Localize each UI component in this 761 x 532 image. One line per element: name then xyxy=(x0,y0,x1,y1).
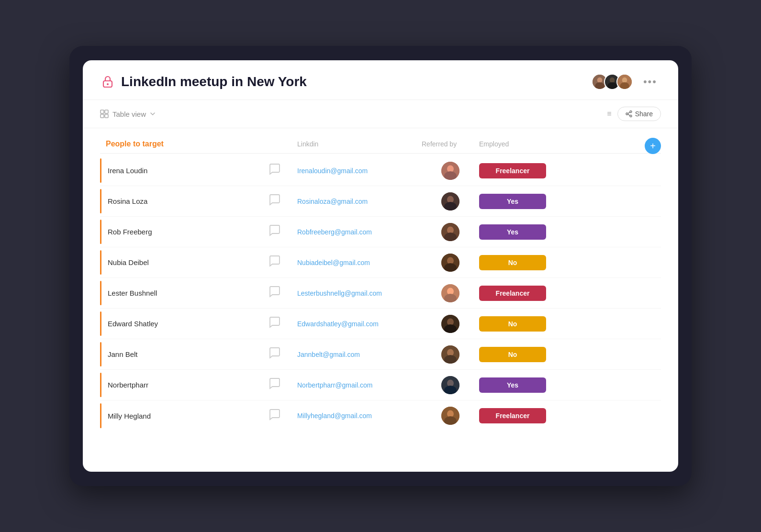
status-badge: No xyxy=(479,316,546,332)
email-cell[interactable]: Lesterbushnellg@gmail.com xyxy=(297,289,422,298)
svg-point-7 xyxy=(607,82,616,90)
table-body: Irena Loudin Irenaloudin@gmail.com Freel… xyxy=(100,155,661,431)
person-name: Jann Belt xyxy=(106,350,269,358)
svg-point-15 xyxy=(630,111,632,113)
row-indicator xyxy=(100,373,101,397)
row-indicator xyxy=(100,250,101,274)
table-view-button[interactable]: Table view xyxy=(100,110,156,118)
status-badge: No xyxy=(479,347,546,362)
filter-icon: ≡ xyxy=(607,110,611,118)
chat-icon[interactable] xyxy=(269,316,297,331)
svg-point-9 xyxy=(622,78,627,83)
referred-avatar xyxy=(441,345,459,364)
email-link: Robfreeberg@gmail.com xyxy=(297,228,372,236)
row-indicator xyxy=(100,311,101,335)
avatar-3 xyxy=(616,74,633,90)
email-link: Rosinaloza@gmail.com xyxy=(297,198,368,205)
email-cell[interactable]: Irenaloudin@gmail.com xyxy=(297,166,422,175)
add-column-button[interactable]: + xyxy=(645,138,661,154)
person-name: Nubia Deibel xyxy=(106,258,269,266)
email-link: Irenaloudin@gmail.com xyxy=(297,167,368,175)
chevron-down-icon xyxy=(150,111,156,117)
chat-icon[interactable] xyxy=(269,347,297,362)
page-header: LinkedIn meetup in New York ••• xyxy=(83,60,678,100)
chat-icon[interactable] xyxy=(269,409,297,423)
avatar-cell xyxy=(422,315,479,333)
table-row: Milly Hegland Millyhegland@gmail.com Fre… xyxy=(100,400,661,431)
table-row: Rosina Loza Rosinaloza@gmail.com Yes xyxy=(100,186,661,217)
referred-avatar xyxy=(441,376,459,394)
status-cell: Yes xyxy=(479,224,556,240)
status-badge: No xyxy=(479,255,546,270)
email-cell[interactable]: Edwardshatley@gmail.com xyxy=(297,320,422,328)
avatar-cell xyxy=(422,284,479,302)
referred-avatar xyxy=(441,254,459,272)
email-link: Edwardshatley@gmail.com xyxy=(297,320,379,328)
chat-icon[interactable] xyxy=(269,377,297,392)
person-name: Edward Shatley xyxy=(106,320,269,328)
person-name: Rob Freeberg xyxy=(106,228,269,236)
avatar-cell xyxy=(422,223,479,241)
svg-point-4 xyxy=(595,82,604,90)
avatar-cell xyxy=(422,345,479,364)
status-cell: Freelancer xyxy=(479,408,556,423)
svg-point-16 xyxy=(630,115,632,117)
person-name: Norbertpharr xyxy=(106,381,269,389)
table-container: People to target Linkdin Referred by Emp… xyxy=(83,128,678,443)
chat-icon[interactable] xyxy=(269,163,297,178)
header-right: ••• xyxy=(592,74,661,90)
svg-rect-14 xyxy=(105,114,108,118)
table-row: Jann Belt Jannbelt@gmail.com No xyxy=(100,339,661,370)
email-cell[interactable]: Jannbelt@gmail.com xyxy=(297,350,422,359)
col-linkedin-header: Linkdin xyxy=(297,140,422,148)
row-indicator xyxy=(100,220,101,244)
email-link: Norbertpharr@gmail.com xyxy=(297,381,372,389)
device-inner: LinkedIn meetup in New York ••• xyxy=(83,60,678,472)
more-options-button[interactable]: ••• xyxy=(639,74,661,90)
status-badge: Freelancer xyxy=(479,286,546,301)
svg-point-1 xyxy=(107,83,109,85)
status-badge: Freelancer xyxy=(479,163,546,178)
chat-icon[interactable] xyxy=(269,286,297,300)
chat-icon[interactable] xyxy=(269,224,297,239)
avatar-cell xyxy=(422,192,479,211)
status-badge: Yes xyxy=(479,194,546,209)
row-indicator xyxy=(100,403,101,428)
chat-icon[interactable] xyxy=(269,255,297,270)
page-title: LinkedIn meetup in New York xyxy=(121,74,307,89)
share-button[interactable]: Share xyxy=(617,107,661,121)
status-cell: Freelancer xyxy=(479,163,556,178)
email-cell[interactable]: Norbertpharr@gmail.com xyxy=(297,381,422,389)
table-row: Edward Shatley Edwardshatley@gmail.com N… xyxy=(100,309,661,339)
referred-avatar xyxy=(441,223,459,241)
row-indicator xyxy=(100,281,101,305)
email-cell[interactable]: Robfreeberg@gmail.com xyxy=(297,228,422,236)
table-row: Irena Loudin Irenaloudin@gmail.com Freel… xyxy=(100,155,661,186)
table-row: Lester Bushnell Lesterbushnellg@gmail.co… xyxy=(100,278,661,309)
header-left: LinkedIn meetup in New York xyxy=(100,74,307,89)
email-cell[interactable]: Rosinaloza@gmail.com xyxy=(297,197,422,206)
person-name: Lester Bushnell xyxy=(106,289,269,297)
collaborators-avatars xyxy=(592,74,633,90)
svg-rect-13 xyxy=(101,114,104,118)
referred-avatar xyxy=(441,162,459,180)
toolbar-right: ≡ Share xyxy=(607,107,661,121)
referred-avatar xyxy=(441,192,459,211)
email-cell[interactable]: Millyhegland@gmail.com xyxy=(297,411,422,420)
referred-avatar xyxy=(441,407,459,425)
status-cell: Yes xyxy=(479,194,556,209)
email-link: Millyhegland@gmail.com xyxy=(297,412,372,420)
email-link: Jannbelt@gmail.com xyxy=(297,351,360,358)
avatar-cell xyxy=(422,162,479,180)
status-cell: Freelancer xyxy=(479,286,556,301)
col-employed-header: Employed xyxy=(479,140,556,148)
email-link: Nubiadeibel@gmail.com xyxy=(297,259,370,266)
chat-icon[interactable] xyxy=(269,194,297,209)
lock-icon xyxy=(100,74,115,89)
toolbar: Table view ≡ Share xyxy=(83,100,678,128)
col-referred-header: Referred by xyxy=(422,140,479,148)
svg-point-10 xyxy=(620,82,629,90)
email-cell[interactable]: Nubiadeibel@gmail.com xyxy=(297,258,422,267)
svg-rect-12 xyxy=(105,110,108,113)
svg-point-17 xyxy=(626,113,628,115)
